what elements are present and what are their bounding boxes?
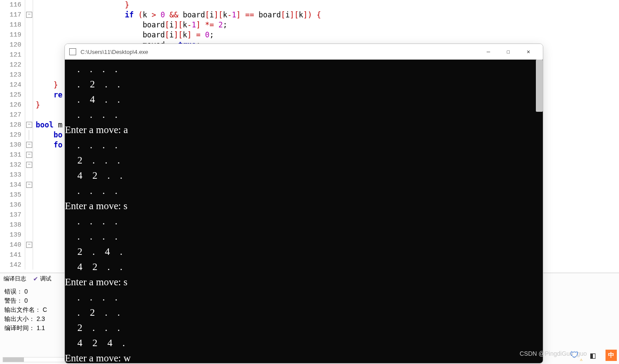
line-number: 142 xyxy=(0,260,25,270)
fold-toggle[interactable] xyxy=(25,120,33,130)
fold-line xyxy=(25,260,33,270)
fold-line xyxy=(25,250,33,260)
line-number: 117 xyxy=(0,10,25,20)
line-number: 131 xyxy=(0,150,25,160)
maximize-button[interactable]: ☐ xyxy=(498,45,518,58)
fold-line xyxy=(25,130,33,140)
fold-line xyxy=(25,230,33,240)
line-number: 139 xyxy=(0,230,25,240)
line-number: 118 xyxy=(0,20,25,30)
fold-line xyxy=(25,170,33,180)
bookmark-icon[interactable]: ◧ xyxy=(587,349,599,361)
code-line[interactable]: if (k > 0 && board[i][k-1] == board[i][k… xyxy=(36,10,619,20)
fold-line xyxy=(25,0,33,10)
fold-line xyxy=(25,40,33,50)
fold-line xyxy=(25,20,33,30)
line-number: 124 xyxy=(0,80,25,90)
fold-line xyxy=(25,80,33,90)
fold-toggle[interactable] xyxy=(25,160,33,170)
line-number: 129 xyxy=(0,130,25,140)
fold-toggle[interactable] xyxy=(25,180,33,190)
tab-label: 编译日志 xyxy=(3,275,26,283)
fold-line xyxy=(25,210,33,220)
line-number: 134 xyxy=(0,180,25,190)
line-number: 138 xyxy=(0,220,25,230)
line-number: 125 xyxy=(0,90,25,100)
fold-column xyxy=(25,0,33,270)
line-number: 116 xyxy=(0,0,25,10)
app-icon-orange[interactable]: 中 xyxy=(605,349,617,361)
minimize-button[interactable]: — xyxy=(478,45,498,58)
errors-value: 0 xyxy=(24,288,28,295)
line-number: 141 xyxy=(0,250,25,260)
outfile-value: C xyxy=(43,306,47,313)
tray-icons: 🛡 ◧ 中 xyxy=(569,349,617,361)
line-number: 133 xyxy=(0,170,25,180)
fold-line xyxy=(25,200,33,210)
line-number: 126 xyxy=(0,100,25,110)
line-number: 121 xyxy=(0,50,25,60)
fold-line xyxy=(25,100,33,110)
line-number-gutter: 1161171181191201211221231241251261271281… xyxy=(0,0,25,270)
outsize-value: 2.3 xyxy=(37,315,45,322)
line-number: 130 xyxy=(0,140,25,150)
fold-line xyxy=(25,30,33,40)
line-number: 119 xyxy=(0,30,25,40)
line-number: 140 xyxy=(0,240,25,250)
fold-line xyxy=(25,50,33,60)
close-button[interactable]: ✕ xyxy=(518,45,538,58)
line-number: 122 xyxy=(0,60,25,70)
outsize-label: 输出大小： xyxy=(4,315,35,322)
fold-toggle[interactable] xyxy=(25,240,33,250)
code-line[interactable]: } xyxy=(36,0,619,10)
console-scrollbar[interactable] xyxy=(536,60,543,112)
tab-label: 调试 xyxy=(40,275,51,283)
fold-line xyxy=(25,110,33,120)
line-number: 128 xyxy=(0,120,25,130)
line-number: 135 xyxy=(0,190,25,200)
fold-line xyxy=(25,60,33,70)
tab-debug[interactable]: ✔调试 xyxy=(30,273,55,284)
console-window: C:\Users\11\Desktop\4.exe — ☐ ✕ . . . . … xyxy=(64,43,543,364)
warnings-label: 警告： xyxy=(4,297,23,304)
fold-line xyxy=(25,190,33,200)
check-icon: ✔ xyxy=(33,275,38,282)
fold-toggle[interactable] xyxy=(25,140,33,150)
fold-toggle[interactable] xyxy=(25,150,33,160)
compiletime-value: 1.1 xyxy=(37,324,45,331)
compiletime-label: 编译时间： xyxy=(4,324,35,331)
fold-line xyxy=(25,70,33,80)
tab-compile-log[interactable]: 编译日志 xyxy=(0,273,30,284)
scrollbar-thumb[interactable] xyxy=(3,357,24,362)
console-output[interactable]: . . . . . 2 . . . 4 . . . . . . Enter a … xyxy=(65,60,543,363)
line-number: 123 xyxy=(0,70,25,80)
line-number: 137 xyxy=(0,210,25,220)
line-number: 136 xyxy=(0,200,25,210)
code-line[interactable]: board[i][k-1] *= 2; xyxy=(36,20,619,30)
window-title: C:\Users\11\Desktop\4.exe xyxy=(81,49,478,55)
fold-toggle[interactable] xyxy=(25,10,33,20)
fold-line xyxy=(25,220,33,230)
errors-label: 错误： xyxy=(4,288,23,295)
fold-line xyxy=(25,90,33,100)
warnings-value: 0 xyxy=(24,297,28,304)
line-number: 120 xyxy=(0,40,25,50)
shield-icon[interactable]: 🛡 xyxy=(569,349,581,361)
line-number: 132 xyxy=(0,160,25,170)
app-icon xyxy=(69,48,76,55)
outfile-label: 输出文件名： xyxy=(4,306,41,313)
line-number: 127 xyxy=(0,110,25,120)
tab-extra[interactable] xyxy=(55,273,62,284)
titlebar[interactable]: C:\Users\11\Desktop\4.exe — ☐ ✕ xyxy=(65,44,543,60)
code-line[interactable]: board[i][k] = 0; xyxy=(36,30,619,40)
